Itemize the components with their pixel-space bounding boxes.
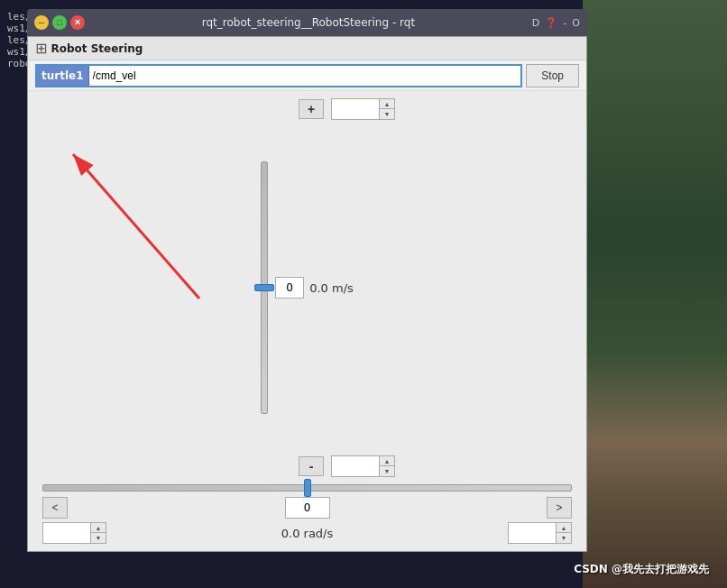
left-spinbox-arrows: ▲ ▼ [90,523,106,543]
content-area: + 1.00 ▲ ▼ 0 [28,91,586,551]
v-slider-thumb[interactable] [254,284,274,291]
bottom-nav-row: < 0 > [42,497,572,519]
plus-button[interactable]: + [299,99,324,119]
max-value-input[interactable]: 1.00 [332,99,379,119]
panel-title: Robot Steering [51,42,143,55]
max-spinbox: 1.00 ▲ ▼ [331,98,395,120]
d-icon: D [532,17,539,29]
vertical-slider-section: 0 0.0 m/s [261,124,354,452]
topic-input[interactable] [89,66,521,86]
min-spinbox-down[interactable]: ▼ [380,466,394,476]
velocity-display: 0.0 m/s [309,281,354,295]
left-spinbox-up[interactable]: ▲ [91,523,106,533]
help-icon[interactable]: ❓ [545,17,557,29]
bottom-spinbox-row: 3.00 ▲ ▼ 0.0 rad/s -3.00 ▲ ▼ [42,522,572,544]
bottom-controls-v: - -1.00 ▲ ▼ [219,455,395,477]
minus-button[interactable]: - [299,456,324,476]
arrow-annotation [55,136,253,317]
v-slider-track[interactable] [261,161,268,414]
titlebar-title: rqt_robot_steering__RobotSteering - rqt [85,16,532,29]
max-spinbox-up[interactable]: ▲ [380,99,394,109]
v-slider-wrapper [261,161,268,414]
h-slider-track[interactable] [42,484,572,492]
panel-header: ⊞ Robot Steering [28,37,586,60]
left-spinbox-input[interactable]: 3.00 [43,523,90,543]
rad-display: 0.0 rad/s [110,527,504,540]
topic-row: turtle1 Stop [28,60,586,91]
svg-line-1 [73,154,199,299]
maximize-button[interactable]: □ [52,15,67,30]
right-spinbox-arrows: ▲ ▼ [556,523,571,543]
horizontal-slider-section [42,484,572,492]
min-spinbox-arrows: ▲ ▼ [379,456,394,476]
right-button[interactable]: > [547,497,572,519]
right-spinbox: -3.00 ▲ ▼ [508,522,572,544]
minimize-button[interactable]: ─ [34,15,49,30]
center-controls: 0 0.0 m/s [275,277,354,299]
stop-button[interactable]: Stop [526,64,579,87]
right-spinbox-input[interactable]: -3.00 [509,523,556,543]
min-spinbox: -1.00 ▲ ▼ [331,455,395,477]
close-button[interactable]: ✕ [70,15,85,30]
min-value-input[interactable]: -1.00 [332,456,379,476]
h-slider-thumb[interactable] [304,479,311,497]
csdn-watermark: CSDN @我先去打把游戏先 [574,562,709,577]
top-controls: + 1.00 ▲ ▼ [219,98,395,120]
panel-icon: ⊞ [35,40,47,57]
max-spinbox-arrows: ▲ ▼ [379,99,394,119]
o-icon: O [572,17,580,29]
titlebar: ─ □ ✕ rqt_robot_steering__RobotSteering … [27,9,587,36]
h-center-value: 0 [285,497,330,519]
photo-background [583,0,727,588]
topic-input-wrapper: turtle1 [35,64,522,87]
center-value-box: 0 [275,277,304,299]
right-spinbox-up[interactable]: ▲ [557,523,571,533]
left-spinbox: 3.00 ▲ ▼ [42,522,106,544]
left-button[interactable]: < [42,497,68,519]
steering-panel: ⊞ Robot Steering turtle1 Stop + 1.00 ▲ ▼ [27,36,587,552]
min-spinbox-up[interactable]: ▲ [380,456,394,466]
right-spinbox-down[interactable]: ▼ [557,533,571,543]
dash-icon: - [563,17,566,29]
max-spinbox-down[interactable]: ▼ [380,109,394,119]
left-spinbox-down[interactable]: ▼ [91,533,106,543]
titlebar-icons: D ❓ - O [532,17,580,29]
topic-prefix: turtle1 [37,66,89,86]
